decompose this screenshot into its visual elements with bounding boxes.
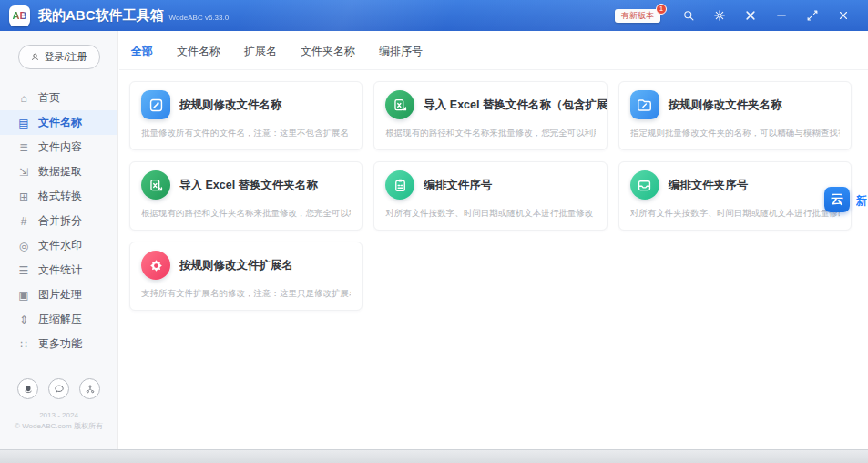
card-title: 按规则修改文件名称 — [179, 98, 282, 113]
card-title: 导入 Excel 替换文件名称（包含扩展名） — [424, 98, 607, 113]
card-title: 编排文件序号 — [424, 178, 492, 193]
person-icon — [30, 52, 40, 62]
tool-card-grid: 按规则修改文件名称 批量修改所有文件的文件名，注意：这里不包含扩展名 导入 Ex… — [119, 70, 868, 311]
watermark-icon: ◎ — [17, 240, 30, 252]
app-version: WodeABC v6.33.0 — [169, 14, 230, 22]
sidebar-item-home[interactable]: ⌂ 首页 — [0, 86, 117, 110]
card-description: 根据现有的路径和文件夹名称来批量修改，您完全可以利用 Excel 强大的功能 — [141, 208, 351, 220]
sidebar-footer: 2013 - 2024 © WodeABC.com 版权所有 — [9, 365, 108, 449]
copyright-years: 2013 - 2024 — [9, 410, 108, 421]
gear-icon[interactable] — [704, 5, 735, 26]
sidebar-item-label: 图片处理 — [38, 287, 82, 303]
sidebar-item-label: 更多功能 — [38, 336, 82, 352]
sidebar-item-format-convert[interactable]: ⊞ 格式转换 — [0, 184, 117, 209]
sidebar-menu: ⌂ 首页 ▤ 文件名称 ≣ 文件内容 ⇲ 数据提取 ⊞ 格式转换 # 合并拆分 … — [0, 86, 117, 356]
card-description: 支持所有文件扩展名的修改，注意：这里只是修改扩展名，【不能】修 — [141, 288, 351, 300]
sidebar-item-zip-unzip[interactable]: ⇕ 压缩解压 — [0, 307, 117, 332]
tab-extension[interactable]: 扩展名 — [244, 44, 277, 69]
card-description: 根据现有的路径和文件名称来批量修改，您完全可以利用 Excel 强大的功能 — [385, 128, 595, 139]
extension-stamp-icon — [141, 251, 170, 280]
sidebar-item-label: 压缩解压 — [38, 312, 82, 327]
document-icon: ≣ — [17, 141, 30, 154]
edit-file-icon — [141, 90, 170, 119]
card-title: 按规则修改文件扩展名 — [179, 258, 293, 273]
copyright: 2013 - 2024 © WodeABC.com 版权所有 — [9, 410, 108, 432]
main-content: 全部 文件名称 扩展名 文件夹名称 编排序号 按规则修改文件名称 批量修改所有文… — [119, 31, 868, 449]
sidebar-item-label: 格式转换 — [38, 189, 82, 204]
app-logo-text: AB — [13, 10, 27, 21]
minimize-button[interactable] — [766, 5, 797, 26]
file-icon: ▤ — [17, 117, 30, 129]
card-rename-folder[interactable]: 按规则修改文件夹名称 指定规则批量修改文件夹的名称，可以精确与模糊查找替换 — [618, 81, 852, 150]
qq-icon[interactable] — [17, 378, 38, 399]
card-description: 对所有文件夹按数字、时间日期或随机文本进行批量修改，如果您的规则 — [630, 208, 840, 220]
login-register-label: 登录/注册 — [44, 50, 87, 64]
tab-folder-name[interactable]: 文件夹名称 — [301, 44, 355, 69]
sidebar-item-label: 文件内容 — [38, 139, 82, 155]
category-tabbar: 全部 文件名称 扩展名 文件夹名称 编排序号 — [119, 31, 868, 70]
search-icon[interactable] — [673, 5, 704, 26]
sidebar-item-file-content[interactable]: ≣ 文件内容 — [0, 135, 117, 159]
sidebar-item-more[interactable]: ∷ 更多功能 — [0, 332, 117, 356]
update-count-badge: 1 — [656, 4, 667, 15]
excel-import-icon — [141, 170, 170, 200]
cloud-float-edge-text: 新 — [856, 193, 867, 209]
home-icon: ⌂ — [17, 92, 30, 105]
card-description: 指定规则批量修改文件夹的名称，可以精确与模糊查找替换 — [630, 128, 840, 139]
card-rename-file[interactable]: 按规则修改文件名称 批量修改所有文件的文件名，注意：这里不包含扩展名 — [129, 81, 363, 150]
card-rename-extension[interactable]: 按规则修改文件扩展名 支持所有文件扩展名的修改，注意：这里只是修改扩展名，【不能… — [129, 242, 363, 311]
copyright-owner: © WodeABC.com 版权所有 — [9, 421, 108, 432]
sidebar-item-image-process[interactable]: ▣ 图片处理 — [0, 283, 117, 307]
app-logo: AB — [9, 5, 30, 26]
cloud-float-button[interactable]: 云 — [824, 187, 850, 212]
tab-all[interactable]: 全部 — [131, 44, 153, 69]
sidebar-item-merge-split[interactable]: # 合并拆分 — [0, 209, 117, 233]
card-description: 对所有文件按数字、时间日期或随机文本进行批量修改，如果您的规则不 — [385, 208, 595, 220]
desktop-strip — [0, 449, 868, 463]
close-button[interactable] — [828, 5, 859, 26]
compress-icon: ⇕ — [17, 314, 30, 326]
image-icon: ▣ — [17, 289, 30, 302]
stats-icon: ☰ — [17, 264, 30, 277]
tools-icon[interactable] — [735, 5, 766, 26]
card-title: 编排文件夹序号 — [669, 178, 749, 193]
feedback-chat-icon[interactable] — [48, 378, 69, 399]
sidebar-item-label: 文件水印 — [38, 238, 82, 253]
more-icon: ∷ — [17, 338, 30, 351]
sidebar-item-watermark[interactable]: ◎ 文件水印 — [0, 233, 117, 258]
excel-import-icon — [385, 90, 414, 119]
titlebar: AB 我的ABC软件工具箱 WodeABC v6.33.0 有新版本 1 — [0, 0, 868, 31]
tab-numbering[interactable]: 编排序号 — [379, 44, 423, 69]
card-description: 批量修改所有文件的文件名，注意：这里不包含扩展名 — [141, 128, 351, 139]
sidebar: 登录/注册 ⌂ 首页 ▤ 文件名称 ≣ 文件内容 ⇲ 数据提取 ⊞ 格式转换 #… — [0, 31, 118, 449]
share-icon[interactable] — [79, 378, 100, 399]
sidebar-item-file-stats[interactable]: ☰ 文件统计 — [0, 258, 117, 283]
card-excel-rename-file[interactable]: 导入 Excel 替换文件名称（包含扩展名） 根据现有的路径和文件名称来批量修改… — [373, 81, 607, 150]
numbering-clipboard-icon — [385, 170, 414, 200]
sidebar-item-label: 首页 — [38, 90, 60, 106]
numbering-tray-icon — [630, 170, 659, 200]
edit-folder-icon — [630, 90, 659, 119]
sidebar-item-label: 文件名称 — [38, 115, 82, 130]
card-title: 导入 Excel 替换文件夹名称 — [179, 178, 318, 193]
merge-split-icon: # — [17, 215, 30, 228]
sidebar-item-label: 数据提取 — [38, 164, 82, 180]
sidebar-item-data-extract[interactable]: ⇲ 数据提取 — [0, 159, 117, 184]
sidebar-item-label: 文件统计 — [38, 262, 82, 278]
update-badge-label: 有新版本 — [621, 11, 654, 20]
login-register-button[interactable]: 登录/注册 — [18, 45, 100, 69]
card-excel-rename-folder[interactable]: 导入 Excel 替换文件夹名称 根据现有的路径和文件夹名称来批量修改，您完全可… — [129, 161, 363, 231]
convert-icon: ⊞ — [17, 190, 30, 203]
tab-file-name[interactable]: 文件名称 — [177, 44, 220, 69]
maximize-button[interactable] — [797, 5, 828, 26]
extract-icon: ⇲ — [17, 166, 30, 179]
card-number-folder[interactable]: 编排文件夹序号 对所有文件夹按数字、时间日期或随机文本进行批量修改，如果您的规则 — [618, 161, 852, 231]
sidebar-item-file-name[interactable]: ▤ 文件名称 — [0, 110, 117, 135]
card-title: 按规则修改文件夹名称 — [669, 98, 782, 113]
sidebar-item-label: 合并拆分 — [38, 213, 82, 229]
app-title: 我的ABC软件工具箱 — [38, 7, 164, 25]
update-badge[interactable]: 有新版本 1 — [615, 9, 660, 23]
card-number-file[interactable]: 编排文件序号 对所有文件按数字、时间日期或随机文本进行批量修改，如果您的规则不 — [373, 161, 607, 231]
